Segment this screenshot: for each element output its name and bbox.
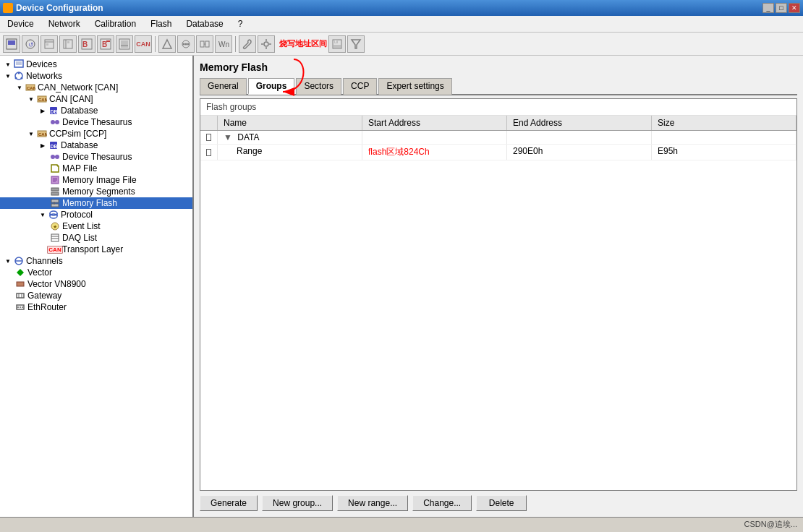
toolbar-btn-4[interactable]	[59, 35, 77, 53]
toolbar-btn-10[interactable]	[177, 35, 195, 53]
svg-marker-18	[163, 40, 171, 48]
toolbar-btn-5[interactable]: B	[78, 35, 95, 53]
svg-rect-23	[200, 41, 204, 47]
sidebar-item-ccpsim[interactable]: ▼ CAN CCPsim [CCP]	[0, 128, 192, 140]
generate-button[interactable]: Generate	[200, 495, 258, 511]
menu-flash[interactable]: Flash	[146, 17, 176, 30]
sidebar-item-networks[interactable]: ▼ Networks	[0, 70, 192, 82]
svg-rect-69	[51, 204, 59, 207]
toolbar-btn-6[interactable]: B	[97, 35, 114, 53]
toolbar-btn-1[interactable]	[3, 35, 20, 53]
tab-general[interactable]: General	[200, 78, 247, 95]
sidebar-item-thesaurus-can[interactable]: Device Thesaurus	[0, 116, 192, 128]
menu-device[interactable]: Device	[3, 17, 38, 30]
tab-sectors[interactable]: Sectors	[296, 78, 341, 95]
range-size: E95h	[652, 145, 796, 160]
sidebar-item-channels[interactable]: ▼ Channels	[0, 255, 192, 267]
toolbar-sep-2	[235, 36, 236, 52]
change-button[interactable]: Change...	[412, 495, 472, 511]
sidebar-item-can-network[interactable]: ▼ CAN CAN_Network [CAN]	[0, 82, 192, 93]
svg-point-88	[17, 306, 19, 308]
sidebar-item-gateway-label: Gateway	[27, 291, 61, 301]
range-start-address: flash区域824Ch	[362, 145, 507, 160]
toolbar-btn-11[interactable]	[196, 35, 213, 53]
sidebar-item-transport-layer[interactable]: CAN Transport Layer	[0, 244, 192, 255]
col-header-check	[200, 116, 218, 130]
svg-rect-35	[333, 45, 341, 48]
range-end-address: 290E0h	[507, 145, 652, 160]
sidebar-item-gateway[interactable]: Gateway	[0, 290, 192, 301]
toolbar-btn-8[interactable]: CAN	[135, 35, 152, 53]
svg-point-90	[22, 306, 23, 308]
svg-point-41	[15, 77, 17, 80]
sidebar-item-memory-segments[interactable]: Memory Segments	[0, 186, 192, 197]
svg-text:B: B	[82, 40, 88, 48]
tab-groups[interactable]: Groups	[248, 78, 295, 95]
toolbar-btn-3[interactable]	[41, 35, 58, 53]
new-range-button[interactable]: New range...	[337, 495, 408, 511]
app-icon	[3, 3, 13, 13]
sidebar-item-daq-list[interactable]: DAQ List	[0, 232, 192, 244]
status-bar: CSDN@追埃...	[0, 517, 803, 531]
svg-rect-24	[205, 41, 209, 47]
map-file-icon	[49, 163, 61, 173]
content-area: Memory Flash General Groups Sectors CCP …	[194, 56, 803, 517]
thesaurus-ccp-icon	[49, 152, 61, 162]
menu-calibration[interactable]: Calibration	[90, 17, 140, 30]
data-group-name: ▼ DATA	[218, 131, 362, 144]
toolbar-btn-2[interactable]: ↺	[22, 35, 39, 53]
sidebar-item-can-label: CAN [CAN]	[49, 94, 93, 104]
sidebar-item-memory-image-file[interactable]: Memory Image File	[0, 174, 192, 186]
svg-text:DB: DB	[51, 109, 58, 114]
sidebar-item-channels-label: Channels	[26, 256, 63, 266]
sidebar-item-event-list-label: Event List	[62, 221, 101, 231]
range-checkbox-sq	[206, 149, 211, 156]
sidebar-item-database-ccp[interactable]: ▶ DB Database	[0, 140, 192, 151]
new-group-button[interactable]: New group...	[262, 495, 333, 511]
sidebar-item-database-can[interactable]: ▶ DB Database	[0, 105, 192, 116]
toolbar-btn-save[interactable]	[328, 35, 346, 53]
sidebar-item-protocol-label: Protocol	[61, 210, 93, 220]
sidebar-item-vn8900[interactable]: Vector VN8900	[0, 278, 192, 290]
toolbar-btn-12[interactable]: Wne	[215, 35, 232, 53]
tab-expert-settings[interactable]: Expert settings	[378, 78, 451, 95]
sidebar-item-memory-flash[interactable]: Memory Flash	[0, 197, 192, 209]
sidebar-item-map-file[interactable]: MAP File	[0, 163, 192, 174]
tab-ccp[interactable]: CCP	[343, 78, 377, 95]
toolbar-btn-7[interactable]	[116, 35, 133, 53]
sidebar-item-can-network-label: CAN_Network [CAN]	[38, 82, 118, 93]
menu-database[interactable]: Database	[182, 17, 227, 30]
sidebar-item-protocol[interactable]: ▼ Protocol	[0, 209, 192, 220]
toolbar-btn-wrench[interactable]	[239, 35, 256, 53]
sidebar-item-thesaurus-ccp[interactable]: Device Thesaurus	[0, 151, 192, 163]
sidebar-item-daq-list-label: DAQ List	[62, 233, 97, 243]
sidebar-item-database-ccp-label: Database	[61, 140, 98, 150]
table-row-data-group[interactable]: ▼ DATA	[200, 131, 796, 145]
svg-rect-34	[335, 40, 336, 43]
transport-layer-icon: CAN	[49, 244, 61, 254]
toolbar-btn-filter[interactable]	[347, 35, 365, 53]
sidebar-item-devices[interactable]: ▼ Devices	[0, 59, 192, 70]
sidebar-item-vn8900-label: Vector VN8900	[27, 279, 86, 289]
toolbar-btn-settings[interactable]	[258, 35, 275, 53]
sidebar-item-ccpsim-label: CCPsim [CCP]	[49, 129, 106, 139]
close-button[interactable]: ✕	[789, 3, 800, 13]
svg-rect-84	[17, 293, 24, 298]
table-row-range[interactable]: Range flash区域824Ch 290E0h E95h	[200, 145, 796, 160]
sidebar-item-ethrouter-label: EthRouter	[27, 302, 67, 312]
svg-rect-4	[45, 40, 54, 48]
toolbar-annotation-text: 烧写地址区间	[279, 38, 327, 49]
minimize-button[interactable]: _	[762, 3, 774, 13]
sidebar-item-event-list[interactable]: ★ Event List	[0, 220, 192, 232]
delete-button[interactable]: Delete	[476, 495, 527, 511]
sidebar-item-can[interactable]: ▼ CAN CAN [CAN]	[0, 93, 192, 105]
maximize-button[interactable]: □	[776, 3, 787, 13]
sidebar-item-vector[interactable]: Vector	[0, 267, 192, 278]
vector-icon	[14, 267, 26, 278]
menu-help[interactable]: ?	[234, 17, 247, 30]
toolbar-btn-9[interactable]	[158, 35, 176, 53]
svg-text:CAN: CAN	[27, 86, 35, 90]
col-header-start: Start Address	[362, 116, 507, 130]
menu-network[interactable]: Network	[44, 17, 85, 30]
sidebar-item-ethrouter[interactable]: EthRouter	[0, 301, 192, 313]
